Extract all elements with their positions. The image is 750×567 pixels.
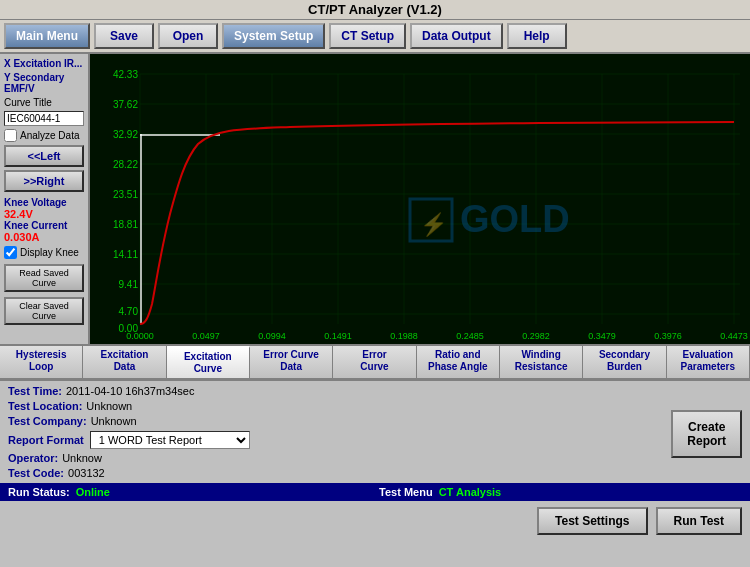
tab-evaluation-parameters[interactable]: EvaluationParameters xyxy=(667,346,750,378)
system-setup-button[interactable]: System Setup xyxy=(222,23,325,49)
test-time-value: 2011-04-10 16h37m34sec xyxy=(66,385,194,397)
knee-voltage-label: Knee Voltage xyxy=(4,197,84,208)
tab-bar: HysteresisLoop ExcitationData Excitation… xyxy=(0,344,750,380)
svg-text:0.1988: 0.1988 xyxy=(390,331,418,341)
svg-text:9.41: 9.41 xyxy=(119,279,139,290)
svg-text:⚡: ⚡ xyxy=(420,211,448,238)
report-format-select[interactable]: 1 WORD Test Report xyxy=(90,431,250,449)
svg-text:28.22: 28.22 xyxy=(113,159,138,170)
test-settings-button[interactable]: Test Settings xyxy=(537,507,647,535)
knee-current-label: Knee Current xyxy=(4,220,84,231)
clear-saved-curve-button[interactable]: Clear Saved Curve xyxy=(4,297,84,325)
svg-text:0.3479: 0.3479 xyxy=(588,331,616,341)
svg-text:0.1491: 0.1491 xyxy=(324,331,352,341)
test-location-value: Unknown xyxy=(86,400,132,412)
test-code-row: Test Code: 003132 xyxy=(8,467,667,479)
knee-section: Knee Voltage 32.4V Knee Current 0.030A xyxy=(4,197,84,243)
svg-text:0.3976: 0.3976 xyxy=(654,331,682,341)
knee-current-value: 0.030A xyxy=(4,231,84,243)
info-right: Report Format 1 WORD Test Report Operato… xyxy=(8,431,667,479)
chart-area: 42.33 37.62 32.92 28.22 23.51 18.81 14.1… xyxy=(90,54,750,344)
curve-title-label: Curve Title xyxy=(4,97,84,108)
svg-text:0.0000: 0.0000 xyxy=(126,331,154,341)
test-company-row: Test Company: Unknown xyxy=(8,415,667,427)
report-format-row: Report Format 1 WORD Test Report xyxy=(8,431,667,449)
test-company-label: Test Company: xyxy=(8,415,87,427)
svg-text:0.0497: 0.0497 xyxy=(192,331,220,341)
svg-rect-21 xyxy=(140,134,220,136)
test-time-row: Test Time: 2011-04-10 16h37m34sec xyxy=(8,385,667,397)
analyze-data-checkbox[interactable] xyxy=(4,129,17,142)
create-report-container: CreateReport xyxy=(671,385,742,479)
svg-text:37.62: 37.62 xyxy=(113,99,138,110)
info-left: Test Time: 2011-04-10 16h37m34sec Test L… xyxy=(8,385,667,427)
tab-hysteresis-loop[interactable]: HysteresisLoop xyxy=(0,346,83,378)
open-button[interactable]: Open xyxy=(158,23,218,49)
display-knee-checkbox[interactable] xyxy=(4,246,17,259)
help-button[interactable]: Help xyxy=(507,23,567,49)
x-axis-label: X Excitation IR... xyxy=(4,58,84,69)
tab-secondary-burden[interactable]: SecondaryBurden xyxy=(583,346,666,378)
svg-text:18.81: 18.81 xyxy=(113,219,138,230)
tab-winding-resistance[interactable]: WindingResistance xyxy=(500,346,583,378)
tab-excitation-curve[interactable]: ExcitationCurve xyxy=(167,346,250,378)
save-button[interactable]: Save xyxy=(94,23,154,49)
tab-excitation-data[interactable]: ExcitationData xyxy=(83,346,166,378)
left-panel: X Excitation IR... Y Secondary EMF/V Cur… xyxy=(0,54,90,344)
test-location-row: Test Location: Unknown xyxy=(8,400,667,412)
svg-text:42.33: 42.33 xyxy=(113,69,138,80)
analyze-data-row: Analyze Data xyxy=(4,129,84,142)
svg-rect-20 xyxy=(140,134,142,324)
svg-text:0.0994: 0.0994 xyxy=(258,331,286,341)
report-format-label: Report Format xyxy=(8,434,84,446)
svg-text:0.2982: 0.2982 xyxy=(522,331,550,341)
data-output-button[interactable]: Data Output xyxy=(410,23,503,49)
svg-text:0.4473: 0.4473 xyxy=(720,331,748,341)
operator-value: Unknow xyxy=(62,452,102,464)
display-knee-label: Display Knee xyxy=(20,247,79,258)
tab-error-curve-data[interactable]: Error CurveData xyxy=(250,346,333,378)
tab-error-curve[interactable]: ErrorCurve xyxy=(333,346,416,378)
test-menu-value: CT Analysis xyxy=(439,486,742,498)
main-content: X Excitation IR... Y Secondary EMF/V Cur… xyxy=(0,54,750,344)
toolbar: Main Menu Save Open System Setup CT Setu… xyxy=(0,20,750,54)
svg-text:14.11: 14.11 xyxy=(113,249,138,260)
run-status-value: Online xyxy=(76,486,379,498)
run-test-button[interactable]: Run Test xyxy=(656,507,742,535)
read-saved-curve-button[interactable]: Read Saved Curve xyxy=(4,264,84,292)
title-bar: CT/PT Analyzer (V1.2) xyxy=(0,0,750,20)
display-knee-row: Display Knee xyxy=(4,246,84,259)
svg-text:0.2485: 0.2485 xyxy=(456,331,484,341)
operator-row: Operator: Unknow xyxy=(8,452,667,464)
app-title: CT/PT Analyzer (V1.2) xyxy=(308,2,442,17)
status-bar: Run Status: Online Test Menu CT Analysis xyxy=(0,483,750,501)
right-button[interactable]: >>Right xyxy=(4,170,84,192)
ct-setup-button[interactable]: CT Setup xyxy=(329,23,406,49)
test-menu-label: Test Menu xyxy=(379,486,433,498)
test-location-label: Test Location: xyxy=(8,400,82,412)
analyze-data-label: Analyze Data xyxy=(20,130,79,141)
test-time-label: Test Time: xyxy=(8,385,62,397)
curve-title-input[interactable] xyxy=(4,111,84,126)
svg-text:32.92: 32.92 xyxy=(113,129,138,140)
svg-text:23.51: 23.51 xyxy=(113,189,138,200)
left-button[interactable]: <<Left xyxy=(4,145,84,167)
operator-label: Operator: xyxy=(8,452,58,464)
test-code-label: Test Code: xyxy=(8,467,64,479)
test-code-value: 003132 xyxy=(68,467,105,479)
run-status-label: Run Status: xyxy=(8,486,70,498)
main-menu-button[interactable]: Main Menu xyxy=(4,23,90,49)
bottom-bar: Test Settings Run Test xyxy=(0,501,750,541)
svg-text:4.70: 4.70 xyxy=(119,306,139,317)
y-axis-label: Y Secondary EMF/V xyxy=(4,72,84,94)
knee-voltage-value: 32.4V xyxy=(4,208,84,220)
info-section: Test Time: 2011-04-10 16h37m34sec Test L… xyxy=(0,380,750,483)
test-company-value: Unknown xyxy=(91,415,137,427)
tab-ratio-phase-angle[interactable]: Ratio andPhase Angle xyxy=(417,346,500,378)
create-report-button[interactable]: CreateReport xyxy=(671,410,742,458)
svg-text:GOLD: GOLD xyxy=(460,198,570,240)
